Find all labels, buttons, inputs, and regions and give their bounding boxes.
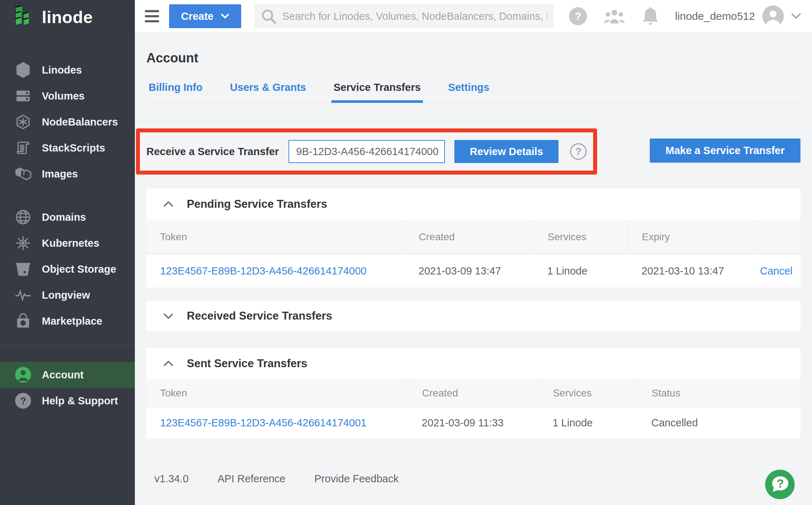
sidebar-item-label: Volumes	[42, 90, 85, 102]
volumes-icon	[14, 87, 32, 105]
tab-settings[interactable]: Settings	[446, 82, 491, 103]
sidebar-item-label: Help & Support	[42, 395, 118, 407]
transfer-token-link[interactable]: 123E4567-E89B-12D3-A456-426614174000	[146, 265, 405, 277]
help-chat-fab[interactable]: ?	[764, 469, 795, 500]
transfer-services: 1 Linode	[539, 417, 637, 429]
search-input[interactable]	[282, 10, 547, 22]
receive-transfer-annotation-box: Receive a Service Transfer Review Detail…	[136, 128, 597, 175]
pending-table-header: Token Created Services Expiry	[146, 220, 800, 254]
page-footer: v1.34.0 API Reference Provide Feedback	[154, 473, 800, 485]
pending-transfers-card: Pending Service Transfers Token Created …	[146, 189, 800, 287]
pulse-icon	[14, 286, 32, 304]
sidebar-item-label: Marketplace	[42, 315, 102, 327]
sidebar-item-nodebalancers[interactable]: NodeBalancers	[0, 109, 135, 135]
transfer-services: 1 Linode	[534, 265, 628, 277]
column-header-services[interactable]: Services	[534, 220, 628, 254]
search-bar[interactable]	[254, 4, 554, 28]
globe-icon	[14, 208, 32, 226]
help-icon[interactable]: ?	[569, 7, 587, 25]
sidebar-item-longview[interactable]: Longview	[0, 282, 135, 308]
column-header-created[interactable]: Created	[408, 379, 539, 407]
user-chevron-down-icon	[791, 13, 801, 19]
sidebar-item-label: Object Storage	[42, 263, 116, 275]
sidebar-item-images[interactable]: Images	[0, 161, 135, 187]
username: linode_demo512	[675, 10, 755, 22]
linode-logo[interactable]: linode	[0, 0, 135, 34]
sidebar-divider	[0, 345, 135, 345]
sidebar-item-account[interactable]: Account	[0, 362, 135, 388]
section-title: Pending Service Transfers	[187, 198, 327, 211]
scroll-icon	[14, 139, 32, 157]
create-button[interactable]: Create	[169, 4, 241, 28]
transfer-token-input[interactable]	[288, 140, 445, 163]
help-question-icon: ?	[14, 392, 32, 409]
sidebar-item-help-support[interactable]: ? Help & Support	[0, 388, 135, 414]
section-title: Sent Service Transfers	[187, 357, 307, 370]
column-header-services[interactable]: Services	[539, 379, 637, 407]
linode-cloud-manager: linode Linodes Volumes NodeBalancers	[0, 0, 812, 505]
svg-text:?: ?	[777, 477, 784, 490]
nodebalancer-icon	[14, 113, 32, 131]
collapse-chevron-down-icon[interactable]	[163, 312, 174, 320]
sidebar-item-label: Kubernetes	[42, 237, 100, 249]
main-area: Create ? linode_demo512 Accoun	[135, 0, 812, 505]
topbar-icons: ?	[569, 7, 659, 26]
sidebar: linode Linodes Volumes NodeBalancers	[0, 0, 135, 505]
sidebar-item-linodes[interactable]: Linodes	[0, 57, 135, 83]
search-icon	[260, 8, 277, 25]
sidebar-item-label: Domains	[42, 211, 86, 223]
make-service-transfer-button[interactable]: Make a Service Transfer	[650, 139, 800, 163]
column-header-status[interactable]: Status	[637, 379, 800, 407]
api-reference-link[interactable]: API Reference	[217, 473, 286, 485]
sidebar-item-kubernetes[interactable]: Kubernetes	[0, 230, 135, 256]
sidebar-item-marketplace[interactable]: Marketplace	[0, 308, 135, 334]
page-content: Account Billing Info Users & Grants Serv…	[135, 32, 812, 505]
table-row: 123E4567-E89B-12D3-A456-426614174001 202…	[146, 407, 800, 438]
tab-service-transfers[interactable]: Service Transfers	[331, 82, 423, 103]
linode-logo-icon	[13, 5, 35, 29]
sidebar-item-label: Linodes	[42, 64, 82, 76]
sidebar-item-stackscripts[interactable]: StackScripts	[0, 135, 135, 161]
tab-users-grants[interactable]: Users & Grants	[228, 82, 308, 103]
receive-transfer-label: Receive a Service Transfer	[146, 146, 279, 158]
section-title: Received Service Transfers	[187, 309, 332, 322]
column-header-actions	[755, 220, 800, 254]
shopping-bag-icon	[14, 312, 32, 330]
kubernetes-wheel-icon	[14, 234, 32, 252]
tab-billing-info[interactable]: Billing Info	[146, 82, 205, 103]
images-icon	[14, 165, 32, 183]
collapse-chevron-up-icon[interactable]	[163, 201, 174, 208]
sidebar-item-label: Images	[42, 168, 78, 180]
column-header-token[interactable]: Token	[146, 231, 405, 243]
linode-hexagon-icon	[14, 61, 32, 79]
hamburger-menu-icon[interactable]	[145, 10, 159, 22]
column-header-expiry[interactable]: Expiry	[628, 220, 755, 254]
transfer-actions-row: Receive a Service Transfer Review Detail…	[146, 128, 800, 175]
transfer-created: 2021-03-09 13:47	[405, 265, 534, 277]
sent-transfers-header[interactable]: Sent Service Transfers	[146, 348, 800, 379]
community-icon[interactable]	[604, 8, 625, 25]
collapse-chevron-up-icon[interactable]	[163, 360, 174, 367]
sidebar-item-domains[interactable]: Domains	[0, 204, 135, 230]
sidebar-item-object-storage[interactable]: Object Storage	[0, 256, 135, 282]
review-details-button[interactable]: Review Details	[454, 140, 559, 163]
pending-transfers-header[interactable]: Pending Service Transfers	[146, 189, 800, 220]
bucket-icon	[14, 260, 32, 278]
cancel-transfer-link[interactable]: Cancel	[755, 265, 800, 277]
notifications-bell-icon[interactable]	[642, 7, 659, 26]
sidebar-item-label: Account	[42, 369, 84, 381]
provide-feedback-link[interactable]: Provide Feedback	[314, 473, 399, 485]
transfer-token-link[interactable]: 123E4567-E89B-12D3-A456-426614174001	[146, 417, 408, 429]
sidebar-bottom-group: Account ? Help & Support	[0, 362, 135, 414]
sent-transfers-card: Sent Service Transfers Token Created Ser…	[146, 348, 800, 438]
linode-logo-text: linode	[42, 7, 93, 27]
chevron-down-icon	[221, 13, 229, 19]
transfer-status: Cancelled	[637, 417, 800, 429]
sidebar-item-volumes[interactable]: Volumes	[0, 83, 135, 109]
receive-help-icon[interactable]: ?	[570, 143, 587, 160]
column-header-token[interactable]: Token	[146, 387, 408, 399]
received-transfers-header[interactable]: Received Service Transfers	[146, 301, 800, 331]
transfer-created: 2021-03-09 11:33	[408, 417, 539, 429]
column-header-created[interactable]: Created	[405, 220, 534, 254]
user-menu[interactable]: linode_demo512	[675, 5, 801, 27]
